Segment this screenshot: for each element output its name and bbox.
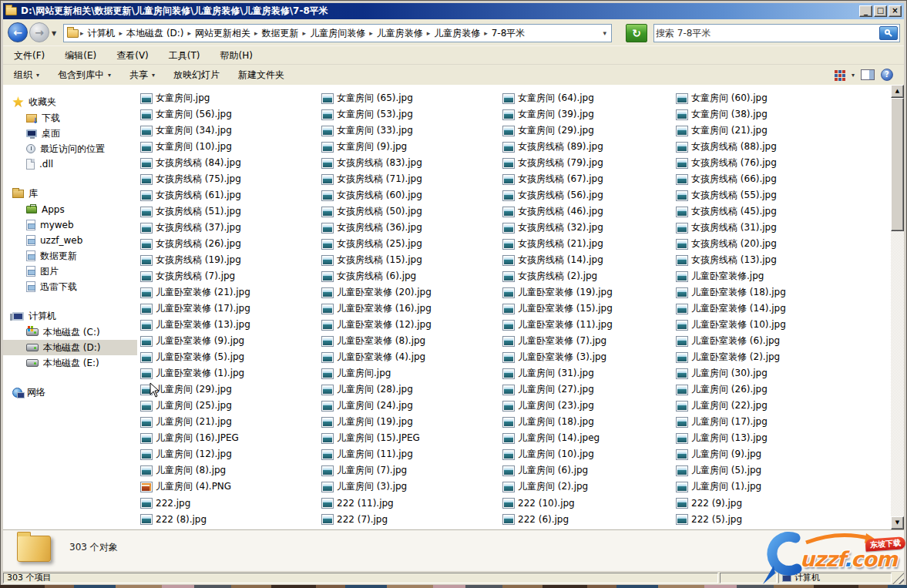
file-item[interactable]: 儿童卧室装修 (19).jpg: [502, 284, 613, 301]
file-item[interactable]: 女孩房线稿 (88).jpg: [676, 139, 786, 155]
file-item[interactable]: 女孩房线稿 (71).jpg: [321, 171, 432, 187]
breadcrumb-item[interactable]: 儿童房装修: [432, 25, 482, 42]
file-item[interactable]: 女童房间 (33).jpg: [321, 123, 432, 139]
file-item[interactable]: 女孩房线稿 (21).jpg: [502, 236, 613, 252]
file-item[interactable]: 女孩房线稿 (6).jpg: [321, 268, 432, 284]
file-item[interactable]: 儿童卧室装修.jpg: [676, 268, 786, 284]
file-item[interactable]: 儿童卧室装修 (12).jpg: [321, 317, 432, 333]
file-item[interactable]: 儿童房间 (25).jpg: [140, 398, 250, 414]
scroll-down-button[interactable]: ▼: [891, 516, 904, 529]
file-item[interactable]: 女童房间 (38).jpg: [676, 106, 786, 123]
file-item[interactable]: 女孩房线稿 (79).jpg: [502, 155, 613, 171]
maximize-button[interactable]: □: [874, 5, 887, 17]
file-item[interactable]: 女孩房线稿 (50).jpg: [321, 203, 432, 220]
command-button[interactable]: 放映幻灯片: [166, 66, 227, 85]
file-item[interactable]: 儿童房间 (27).jpg: [502, 381, 613, 398]
file-item[interactable]: 儿童卧室装修 (13).jpg: [140, 317, 250, 333]
file-item[interactable]: 女孩房线稿 (67).jpg: [502, 171, 613, 187]
file-item[interactable]: 儿童卧室装修 (6).jpg: [676, 333, 786, 349]
file-item[interactable]: 儿童卧室装修 (3).jpg: [502, 349, 613, 365]
file-item[interactable]: 女童房间 (10).jpg: [140, 139, 250, 155]
file-item[interactable]: 儿童房间 (14).jpeg: [502, 430, 613, 446]
file-item[interactable]: 儿童卧室装修 (14).jpg: [676, 301, 786, 317]
file-item[interactable]: 儿童卧室装修 (4).jpg: [321, 349, 432, 365]
file-item[interactable]: 222 (7).jpg: [321, 511, 432, 527]
menu-item[interactable]: 编辑(E): [55, 46, 106, 64]
file-item[interactable]: 222 (9).jpg: [676, 495, 786, 511]
help-icon[interactable]: ?: [881, 69, 893, 81]
preview-pane-icon[interactable]: [861, 69, 875, 80]
back-button[interactable]: ←: [8, 22, 28, 42]
file-item[interactable]: 儿童房间 (26).jpg: [676, 381, 786, 398]
address-dropdown-icon[interactable]: ▾: [603, 29, 608, 37]
file-item[interactable]: 儿童房间 (17).jpg: [676, 414, 786, 430]
file-item[interactable]: 儿童卧室装修 (2).jpg: [676, 349, 786, 365]
file-item[interactable]: 儿童房间 (18).jpg: [502, 414, 613, 430]
file-item[interactable]: 女孩房线稿 (51).jpg: [140, 203, 250, 220]
file-item[interactable]: 222 (5).jpg: [676, 511, 786, 527]
change-view-icon[interactable]: [834, 69, 845, 81]
file-item[interactable]: 女童房间 (56).jpg: [140, 106, 250, 123]
file-item[interactable]: 女孩房线稿 (13).jpg: [676, 252, 786, 268]
sidebar-item[interactable]: .dll: [3, 156, 137, 172]
menu-item[interactable]: 工具(T): [160, 46, 210, 64]
file-item[interactable]: 女孩房线稿 (7).jpg: [140, 268, 250, 284]
file-item[interactable]: 女孩房线稿 (2).jpg: [502, 268, 613, 284]
sidebar-item[interactable]: 本地磁盘 (E:): [3, 355, 137, 371]
file-item[interactable]: 女孩房线稿 (89).jpg: [502, 139, 613, 155]
file-item[interactable]: 女童房间 (29).jpg: [502, 123, 613, 139]
minimize-button[interactable]: _: [859, 5, 872, 17]
file-item[interactable]: 女孩房线稿 (66).jpg: [676, 171, 786, 187]
file-item[interactable]: 222 (10).jpg: [502, 495, 613, 511]
breadcrumb-item[interactable]: 本地磁盘 (D:): [124, 25, 186, 42]
file-item[interactable]: 儿童房间 (23).jpg: [502, 398, 613, 414]
file-item[interactable]: 女孩房线稿 (46).jpg: [502, 203, 613, 220]
file-item[interactable]: 女童房间 (39).jpg: [502, 106, 613, 123]
breadcrumb-item[interactable]: 儿童房装修: [375, 25, 425, 42]
file-item[interactable]: 女孩房线稿 (26).jpg: [140, 236, 250, 252]
file-item[interactable]: 女童房间 (53).jpg: [321, 106, 432, 123]
file-item[interactable]: 女孩房线稿 (56).jpg: [502, 187, 613, 203]
file-item[interactable]: 儿童房间 (3).jpg: [321, 479, 432, 495]
file-item[interactable]: 儿童卧室装修 (17).jpg: [140, 301, 250, 317]
sidebar-item[interactable]: Apps: [3, 202, 137, 217]
file-item[interactable]: 女童房间 (60).jpg: [676, 90, 786, 106]
file-item[interactable]: 儿童卧室装修 (18).jpg: [676, 284, 786, 301]
file-item[interactable]: 儿童房间 (8).jpg: [140, 462, 250, 479]
address-bar[interactable]: ▸计算机▸本地磁盘 (D:)▸网站更新相关▸数据更新▸儿童房间装修▸儿童房装修▸…: [63, 24, 612, 42]
file-item[interactable]: 女孩房线稿 (31).jpg: [676, 220, 786, 236]
file-item[interactable]: 儿童房间 (16).JPEG: [140, 430, 250, 446]
file-item[interactable]: 儿童房间 (11).jpg: [321, 446, 432, 462]
sidebar-group-network[interactable]: 网络: [3, 385, 137, 401]
file-item[interactable]: 儿童房间 (6).jpg: [502, 462, 613, 479]
file-item[interactable]: 儿童卧室装修 (15).jpg: [502, 301, 613, 317]
file-item[interactable]: 女童房间 (9).jpg: [321, 139, 432, 155]
menu-item[interactable]: 文件(F): [5, 46, 54, 64]
file-item[interactable]: 儿童卧室装修 (21).jpg: [140, 284, 250, 301]
menu-item[interactable]: 查看(V): [107, 46, 158, 64]
sidebar-item[interactable]: uzzf_web: [3, 233, 137, 248]
file-item[interactable]: 女孩房线稿 (32).jpg: [502, 220, 613, 236]
file-item[interactable]: 儿童房间 (24).jpg: [321, 398, 432, 414]
file-item[interactable]: 女孩房线稿 (36).jpg: [321, 220, 432, 236]
file-item[interactable]: 儿童房间.jpg: [321, 365, 432, 381]
file-item[interactable]: 儿童房间 (22).jpg: [676, 398, 786, 414]
breadcrumb-item[interactable]: 儿童房间装修: [307, 25, 368, 42]
breadcrumb-item[interactable]: 数据更新: [260, 25, 301, 42]
file-item[interactable]: 女孩房线稿 (84).jpg: [140, 155, 250, 171]
file-item[interactable]: 女童房间.jpg: [140, 90, 250, 106]
sidebar-group-library[interactable]: 库: [3, 186, 137, 202]
sidebar-group-computer[interactable]: 计算机: [3, 308, 137, 324]
file-item[interactable]: 儿童卧室装修 (16).jpg: [321, 301, 432, 317]
history-dropdown-icon[interactable]: ▼: [52, 30, 56, 37]
file-item[interactable]: 儿童卧室装修 (20).jpg: [321, 284, 432, 301]
close-button[interactable]: ×: [889, 5, 902, 17]
file-item[interactable]: 儿童房间 (28).jpg: [321, 381, 432, 398]
file-item[interactable]: 儿童房间 (19).jpg: [321, 414, 432, 430]
file-item[interactable]: 女孩房线稿 (76).jpg: [676, 155, 786, 171]
file-item[interactable]: 儿童卧室装修 (1).jpg: [140, 365, 250, 381]
file-item[interactable]: 女孩房线稿 (60).jpg: [321, 187, 432, 203]
file-item[interactable]: 女孩房线稿 (37).jpg: [140, 220, 250, 236]
file-item[interactable]: 儿童房间 (13).jpg: [676, 430, 786, 446]
file-item[interactable]: 女孩房线稿 (75).jpg: [140, 171, 250, 187]
